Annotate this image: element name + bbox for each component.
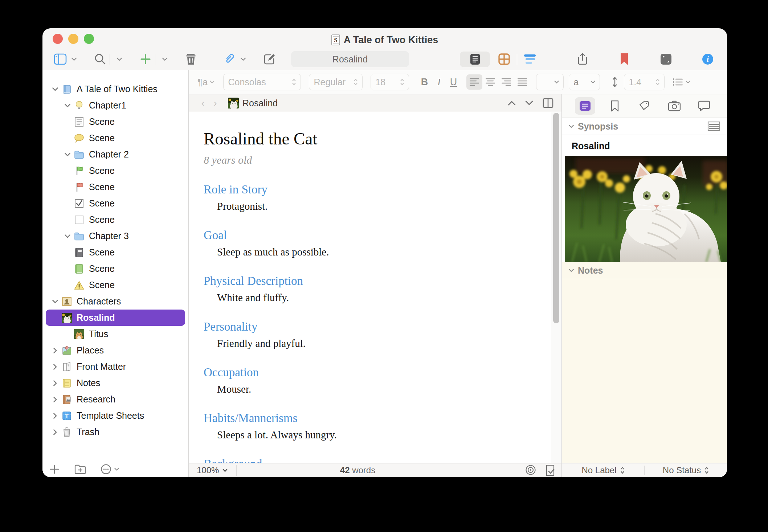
binder-item-scene[interactable]: Scene xyxy=(42,130,188,146)
back-button[interactable]: ‹ xyxy=(197,98,209,109)
chevron-right-icon[interactable] xyxy=(49,396,61,403)
synopsis-header[interactable]: Synopsis xyxy=(562,118,727,135)
tab-metadata[interactable] xyxy=(634,97,655,115)
binder-item-chapter1[interactable]: Chapter1 xyxy=(42,97,188,114)
binder-item-rosalind[interactable]: Rosalind xyxy=(46,310,185,326)
zoom-button[interactable] xyxy=(84,34,94,44)
binder-item-scene[interactable]: Scene xyxy=(42,244,188,261)
binder-item-label: Template Sheets xyxy=(77,410,144,421)
forward-button[interactable]: › xyxy=(209,98,221,109)
attachment-options-chevron[interactable] xyxy=(236,51,250,67)
binder-item-scene[interactable]: Scene xyxy=(42,163,188,179)
binder-add-button[interactable] xyxy=(49,463,60,475)
italic-button[interactable]: I xyxy=(432,77,446,88)
binder-more-button[interactable] xyxy=(101,463,119,475)
binder-item-template-sheets[interactable]: TTemplate Sheets xyxy=(42,408,188,424)
compile-status-button[interactable] xyxy=(546,465,555,476)
share-button[interactable] xyxy=(576,51,589,67)
info-button[interactable]: i xyxy=(701,51,715,67)
outline-view-button[interactable] xyxy=(523,51,537,67)
word-count[interactable]: 42 words xyxy=(189,465,527,475)
document-title-field[interactable]: Rosalind xyxy=(291,51,409,67)
notes-body[interactable] xyxy=(562,279,727,463)
bold-button[interactable]: B xyxy=(417,77,432,88)
chevron-right-icon[interactable] xyxy=(49,380,61,386)
composition-mode-button[interactable] xyxy=(659,51,673,67)
font-style-select[interactable]: Regular xyxy=(309,74,363,90)
underline-button[interactable]: U xyxy=(446,77,461,88)
binder-item-research[interactable]: Research xyxy=(42,391,188,408)
binder-item-a-tale-of-two-kitties[interactable]: A Tale of Two Kitties xyxy=(42,81,188,97)
chevron-down-icon[interactable] xyxy=(61,152,74,157)
compose-button[interactable] xyxy=(262,51,276,67)
writing-target-button[interactable] xyxy=(525,465,536,475)
binder-item-chapter-2[interactable]: Chapter 2 xyxy=(42,146,188,163)
synopsis-card-toggle[interactable] xyxy=(707,121,720,131)
binder-item-chapter-3[interactable]: Chapter 3 xyxy=(42,228,188,244)
binder-item-scene[interactable]: Scene xyxy=(42,277,188,293)
label-select[interactable]: No Label xyxy=(562,465,644,475)
list-style-button[interactable] xyxy=(673,74,690,90)
binder-item-scene[interactable]: Scene xyxy=(42,212,188,228)
chevron-down-icon[interactable] xyxy=(61,103,74,108)
add-item-button[interactable] xyxy=(139,51,152,67)
font-family-select[interactable]: Consolas xyxy=(223,74,301,90)
binder-item-titus[interactable]: Titus xyxy=(42,326,188,342)
tab-notes[interactable] xyxy=(575,97,595,115)
align-justify-button[interactable] xyxy=(514,74,530,90)
scrollbar-thumb[interactable] xyxy=(553,113,559,323)
split-editor-button[interactable] xyxy=(543,98,553,108)
chevron-right-icon[interactable] xyxy=(49,364,61,370)
document-view-button[interactable] xyxy=(460,52,490,67)
chevron-down-icon[interactable] xyxy=(49,299,61,304)
close-button[interactable] xyxy=(53,34,63,44)
binder-toggle-chevron[interactable] xyxy=(67,51,81,67)
editor-body[interactable]: Rosalind the Cat 8 years old Role in Sto… xyxy=(189,112,561,463)
binder-item-trash[interactable]: Trash xyxy=(42,424,188,440)
binder-item-places[interactable]: Places xyxy=(42,342,188,359)
paragraph-style-button[interactable]: ¶a xyxy=(197,77,215,88)
binder-item-scene[interactable]: Scene xyxy=(42,195,188,212)
binder-item-scene[interactable]: Scene xyxy=(42,114,188,130)
text-color-select[interactable] xyxy=(536,74,564,90)
binder-item-scene[interactable]: Scene xyxy=(42,261,188,277)
binder-item-label: Chapter 2 xyxy=(89,149,129,160)
bookmark-button[interactable] xyxy=(617,51,631,67)
search-options-chevron[interactable] xyxy=(113,51,126,67)
binder-add-folder-button[interactable] xyxy=(74,463,86,475)
binder-toggle-button[interactable] xyxy=(53,51,67,67)
next-document-button[interactable] xyxy=(525,101,533,106)
align-center-button[interactable] xyxy=(482,74,498,90)
tab-bookmarks[interactable] xyxy=(605,97,625,115)
status-select[interactable]: No Status xyxy=(645,465,727,475)
checkbox-checked-icon xyxy=(74,198,85,209)
binder-item-scene[interactable]: Scene xyxy=(42,179,188,195)
chevron-right-icon[interactable] xyxy=(49,413,61,419)
trash-button[interactable] xyxy=(184,51,198,67)
corkboard-view-button[interactable] xyxy=(497,51,511,67)
tab-comments[interactable] xyxy=(694,97,714,115)
chevron-right-icon[interactable] xyxy=(49,347,61,354)
chevron-down-icon[interactable] xyxy=(49,87,61,91)
binder-item-front-matter[interactable]: Front Matter xyxy=(42,359,188,375)
binder-item-label: Scene xyxy=(89,214,115,225)
line-spacing-icon[interactable] xyxy=(608,74,622,90)
tab-snapshots[interactable] xyxy=(664,97,685,115)
previous-document-button[interactable] xyxy=(508,101,516,106)
chevron-right-icon[interactable] xyxy=(49,429,61,435)
attachment-button[interactable] xyxy=(222,51,236,67)
binder-item-notes[interactable]: Notes xyxy=(42,375,188,391)
align-right-button[interactable] xyxy=(498,74,514,90)
add-options-chevron[interactable] xyxy=(158,51,172,67)
search-button[interactable] xyxy=(93,51,107,67)
align-left-button[interactable] xyxy=(466,74,482,90)
notes-header[interactable]: Notes xyxy=(562,262,727,279)
font-size-select[interactable]: 18 xyxy=(371,74,409,90)
highlight-select[interactable]: a xyxy=(569,74,600,90)
line-spacing-select[interactable]: 1.4 xyxy=(624,74,665,90)
minimize-button[interactable] xyxy=(68,34,78,44)
binder-item-characters[interactable]: Characters xyxy=(42,293,188,310)
editor-scrollbar[interactable] xyxy=(551,112,561,463)
chevron-down-icon[interactable] xyxy=(61,234,74,238)
cat-white-icon xyxy=(61,312,72,323)
